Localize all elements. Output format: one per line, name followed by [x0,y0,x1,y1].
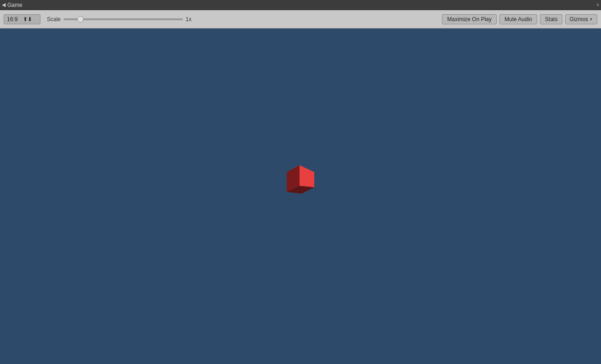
cube-svg [282,160,319,197]
game-tab-icon: ◀ [2,2,6,8]
aspect-ratio-select[interactable]: 16:9 ⬆⬇ [4,14,40,24]
scale-slider-container: 1x [63,16,195,23]
maximize-on-play-button[interactable]: Maximize On Play [442,14,497,24]
mute-audio-button[interactable]: Mute Audio [499,14,537,24]
toolbar: 16:9 ⬆⬇ Scale 1x Maximize On Play Mute A… [0,10,601,28]
gizmos-dropdown-icon: ▼ [589,17,593,22]
gizmos-label: Gizmos [569,16,588,23]
scale-value: 1x [186,16,195,23]
scale-label: Scale [47,16,61,23]
tab-bar: ◀ Game ≡ [0,0,601,10]
aspect-ratio-value: 16:9 [7,16,21,23]
cube-front-face [300,165,314,187]
tab-menu-icon[interactable]: ≡ [596,2,601,7]
scale-slider[interactable] [63,18,183,20]
aspect-ratio-arrows: ⬆⬇ [23,16,37,23]
game-tab-label[interactable]: Game [7,2,23,8]
gizmos-button[interactable]: Gizmos ▼ [565,14,597,24]
stats-button[interactable]: Stats [540,14,562,24]
cube-container [282,160,319,199]
game-viewport [0,28,601,364]
